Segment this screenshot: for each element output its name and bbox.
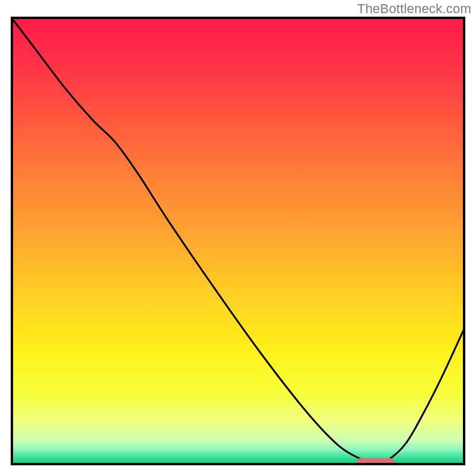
- attribution-text: TheBottleneck.com: [357, 1, 471, 17]
- plot-frame: [11, 17, 465, 465]
- curve-layer: [11, 17, 465, 465]
- bottleneck-curve: [11, 17, 465, 463]
- optimum-marker: [356, 458, 395, 465]
- chart-root: TheBottleneck.com: [0, 0, 476, 476]
